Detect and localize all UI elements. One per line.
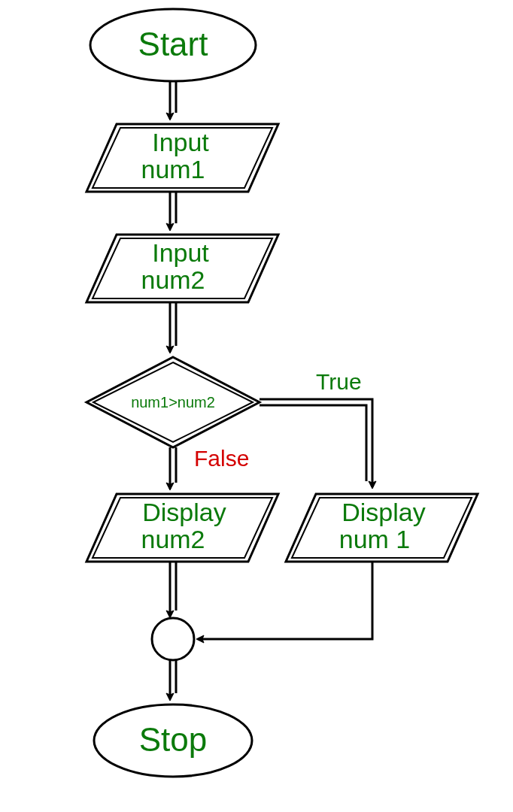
arrow-decision-false: False	[170, 446, 249, 489]
arrow-false-to-connector	[170, 562, 176, 617]
input2-label-line2: num2	[141, 265, 205, 294]
flowchart-diagram: Start Input num1 Input num2 num1>num2	[0, 0, 513, 812]
arrow-connector-to-stop	[170, 660, 176, 699]
connector-node	[152, 618, 194, 660]
display-false-line1: Display	[142, 498, 226, 526]
display-false-node: Display num2	[87, 494, 278, 562]
input2-node: Input num2	[87, 235, 278, 302]
display-true-line2: num 1	[339, 525, 411, 553]
start-label: Start	[138, 26, 208, 62]
input1-label-line2: num1	[141, 155, 205, 183]
decision-node: num1>num2	[87, 357, 260, 447]
stop-label: Stop	[139, 721, 208, 758]
input1-node: Input num1	[87, 124, 278, 192]
false-label: False	[194, 446, 249, 471]
input2-label-line1: Input	[152, 238, 209, 267]
display-true-node: Display num 1	[286, 494, 478, 562]
arrow-decision-true: True	[260, 369, 372, 487]
true-label: True	[316, 369, 362, 394]
display-false-line2: num2	[141, 525, 205, 553]
stop-node: Stop	[94, 704, 252, 777]
arrow-true-to-connector	[198, 562, 372, 639]
display-true-line1: Display	[341, 498, 425, 526]
input1-label-line1: Input	[152, 128, 209, 156]
arrow-input2-to-decision	[170, 302, 176, 352]
arrow-input1-to-input2	[170, 192, 176, 229]
arrow-start-to-input1	[170, 81, 176, 119]
svg-point-21	[152, 618, 194, 660]
decision-label: num1>num2	[131, 394, 215, 411]
start-node: Start	[90, 9, 256, 81]
